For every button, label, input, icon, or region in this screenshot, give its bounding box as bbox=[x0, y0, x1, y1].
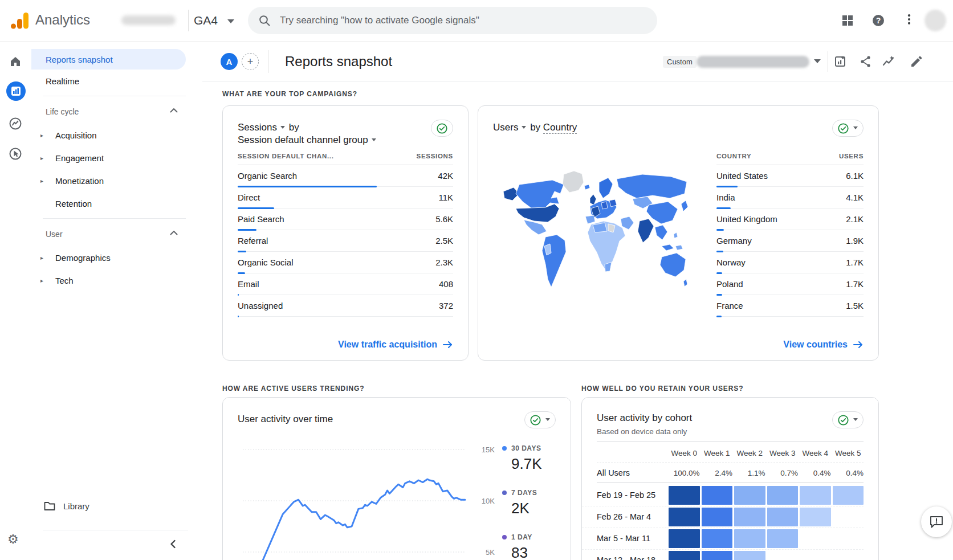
kebab-menu-icon[interactable] bbox=[902, 13, 916, 26]
sidebar-item-reports-snapshot[interactable]: Reports snapshot bbox=[31, 49, 186, 70]
link-label: View traffic acquisition bbox=[338, 340, 437, 350]
view-countries-link[interactable]: View countries bbox=[783, 340, 864, 350]
expand-arrow-icon: ▸ bbox=[40, 178, 43, 184]
dimension-label[interactable]: Country bbox=[543, 122, 577, 134]
sidebar-item-tech[interactable]: ▸Tech bbox=[31, 269, 194, 292]
property-caret-icon bbox=[227, 19, 234, 23]
legend-dot-icon bbox=[502, 446, 507, 451]
dimension-label[interactable]: Session default channel group bbox=[238, 134, 368, 145]
column-header-dimension: SESSION DEFAULT CHAN... bbox=[238, 153, 334, 160]
table-header: COUNTRY USERS bbox=[716, 153, 864, 165]
date-range-redacted[interactable] bbox=[697, 56, 809, 68]
legend-item: 30 DAYS9.7K bbox=[502, 444, 542, 473]
home-icon[interactable] bbox=[9, 55, 22, 68]
table-row: United Kingdom2.1K bbox=[716, 209, 864, 230]
check-circle-icon bbox=[530, 415, 541, 426]
cohort-week-header: Week 1 bbox=[702, 449, 733, 457]
settings-gear-icon[interactable]: ⚙ bbox=[7, 532, 19, 547]
nav-item-label: Realtime bbox=[46, 76, 79, 86]
nav-item-label: Tech bbox=[55, 276, 74, 285]
help-icon[interactable]: ? bbox=[871, 14, 885, 27]
nav-section-user[interactable]: User bbox=[31, 222, 194, 246]
view-traffic-acquisition-link[interactable]: View traffic acquisition bbox=[338, 340, 453, 350]
row-value: 1.7K bbox=[846, 257, 864, 267]
row-label: Unassigned bbox=[238, 301, 283, 310]
line-chart: 15K10K5K bbox=[243, 421, 498, 560]
expand-arrow-icon: ▸ bbox=[40, 155, 43, 161]
row-label: Poland bbox=[716, 279, 743, 289]
row-label: Email bbox=[238, 279, 259, 289]
legend-label: 7 DAYS bbox=[511, 489, 537, 497]
sidebar-item-demographics[interactable]: ▸Demographics bbox=[31, 246, 194, 269]
divider bbox=[597, 441, 864, 442]
date-range-caret-icon[interactable] bbox=[814, 59, 821, 63]
cohort-cell bbox=[734, 486, 765, 505]
link-label: View countries bbox=[783, 340, 848, 350]
cohort-cell bbox=[669, 529, 700, 548]
cohort-row-cells bbox=[669, 486, 864, 505]
customize-report-icon[interactable] bbox=[834, 55, 848, 68]
sidebar-item-acquisition[interactable]: ▸Acquisition bbox=[31, 124, 194, 146]
row-label: United Kingdom bbox=[716, 214, 777, 224]
data-quality-dropdown[interactable] bbox=[832, 120, 864, 137]
dimension-caret-icon bbox=[372, 138, 376, 141]
metric-selector[interactable]: Users by Country bbox=[493, 122, 577, 133]
column-header-metric: SESSIONS bbox=[417, 153, 453, 160]
reports-nav-icon-active[interactable] bbox=[6, 81, 26, 101]
global-search-bar bbox=[248, 7, 657, 34]
comparison-avatar[interactable]: A bbox=[221, 53, 238, 70]
advertising-icon[interactable] bbox=[9, 147, 22, 161]
user-avatar[interactable] bbox=[925, 10, 946, 31]
row-label: Organic Search bbox=[238, 171, 297, 181]
folder-icon bbox=[44, 501, 55, 511]
cohort-cell bbox=[734, 551, 765, 560]
cohort-row-cells bbox=[669, 508, 864, 526]
edit-pencil-icon[interactable] bbox=[910, 55, 923, 68]
section-label-campaigns: WHAT ARE YOUR TOP CAMPAIGNS? bbox=[222, 90, 357, 98]
sidebar-item-realtime[interactable]: Realtime bbox=[31, 70, 194, 92]
check-circle-icon bbox=[437, 123, 447, 134]
nav-section-life-cycle[interactable]: Life cycle bbox=[31, 100, 194, 124]
insights-icon[interactable] bbox=[882, 55, 895, 68]
add-comparison-button[interactable]: + bbox=[242, 53, 259, 70]
sidebar-item-engagement[interactable]: ▸Engagement bbox=[31, 146, 194, 169]
feedback-button[interactable] bbox=[921, 506, 952, 537]
share-icon[interactable] bbox=[859, 55, 873, 68]
cohort-heatmap: Feb 19 - Feb 25Feb 26 - Mar 4Mar 5 - Mar… bbox=[582, 485, 864, 560]
sidebar-item-library[interactable]: Library bbox=[44, 501, 89, 511]
metric-label[interactable]: Users bbox=[493, 122, 518, 133]
cohort-week-header: Week 3 bbox=[767, 449, 799, 457]
sidebar-item-monetization[interactable]: ▸Monetization bbox=[31, 169, 194, 192]
data-quality-badge[interactable] bbox=[431, 120, 453, 137]
collapse-nav-chevron-icon[interactable] bbox=[168, 539, 178, 549]
arrow-right-icon bbox=[443, 340, 453, 349]
nav-divider bbox=[43, 530, 188, 530]
data-quality-dropdown[interactable] bbox=[524, 411, 556, 428]
property-selector[interactable]: GA4 bbox=[194, 14, 218, 27]
cohort-row: Mar 12 - Mar 18 bbox=[582, 550, 864, 560]
sessions-table-body: Organic Search42KDirect11KPaid Search5.6… bbox=[238, 165, 453, 317]
data-quality-dropdown[interactable] bbox=[832, 411, 864, 428]
metric-caret-icon bbox=[522, 126, 526, 129]
legend-label: 30 DAYS bbox=[511, 444, 541, 452]
row-label: Norway bbox=[716, 257, 746, 267]
search-input[interactable] bbox=[279, 14, 647, 27]
explore-icon[interactable] bbox=[9, 117, 22, 130]
sidebar-item-retention[interactable]: Retention bbox=[31, 192, 194, 215]
chevron-up-icon bbox=[170, 230, 178, 235]
date-range-custom-label[interactable]: Custom bbox=[663, 56, 697, 68]
row-value: 4.1K bbox=[846, 193, 864, 202]
row-value: 1.5K bbox=[846, 301, 864, 310]
metric-label[interactable]: Sessions bbox=[238, 122, 277, 133]
metric-selector[interactable]: Sessions by bbox=[238, 122, 299, 133]
card-user-activity-over-time: User activity over time 15K10K5K 30 DAYS… bbox=[222, 397, 571, 560]
cohort-cell bbox=[702, 486, 733, 505]
grid-apps-icon[interactable] bbox=[841, 14, 854, 27]
cohort-cell bbox=[767, 486, 799, 505]
dimension-selector[interactable]: Session default channel group bbox=[238, 134, 377, 146]
header-divider bbox=[828, 51, 828, 72]
legend-value: 9.7K bbox=[511, 455, 542, 473]
cohort-row-cells bbox=[669, 529, 864, 548]
row-value: 6.1K bbox=[846, 171, 864, 181]
row-value: 2.5K bbox=[435, 236, 453, 246]
